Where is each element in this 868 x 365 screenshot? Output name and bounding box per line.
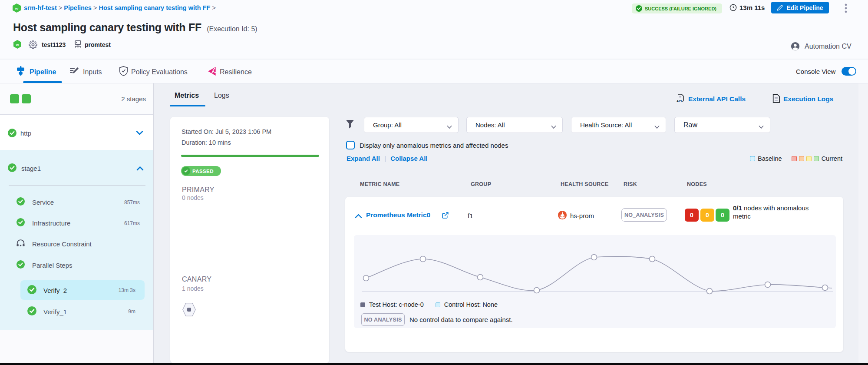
svg-text:API: API	[677, 100, 682, 103]
svg-text:∞: ∞	[15, 6, 19, 11]
svg-text:∞: ∞	[16, 42, 19, 47]
